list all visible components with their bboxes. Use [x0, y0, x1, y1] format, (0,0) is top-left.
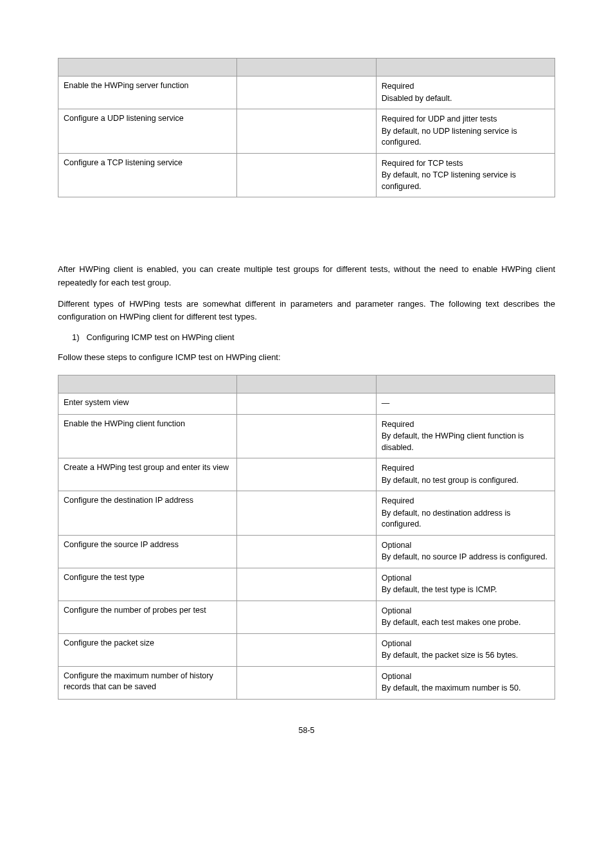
table1-cell-desc: Required for TCP tests By default, no TC…: [376, 153, 555, 197]
table1-cell-cmd: [237, 77, 376, 109]
table2-cell-label: Configure the packet size: [58, 633, 237, 666]
table1-cell-label: Enable the HWPing server function: [58, 77, 237, 109]
table2-cell-desc: Required By default, no destination addr…: [376, 491, 555, 536]
table2-cell-cmd: [237, 601, 376, 633]
table-row: Configure a TCP listening service Requir…: [58, 153, 555, 197]
table2-cell-label: Configure the source IP address: [58, 535, 237, 568]
table2-cell-desc: Optional By default, the test type is IC…: [376, 568, 555, 601]
table2-cell-label: Enable the HWPing client function: [58, 414, 237, 458]
table1-header-3: [376, 59, 555, 77]
table1-cell-cmd: [237, 153, 376, 197]
table1-cell-desc: Required for UDP and jitter tests By def…: [376, 109, 555, 154]
page-number: 58-5: [58, 725, 555, 737]
table2-cell-label: Enter system view: [58, 393, 237, 415]
table1-header-2: [237, 59, 376, 77]
table2-cell-cmd: [237, 414, 376, 458]
hwping-server-table: Enable the HWPing server function Requir…: [58, 58, 555, 197]
table2-cell-desc: Optional By default, each test makes one…: [376, 601, 555, 633]
table2-cell-label: Create a HWPing test group and enter its…: [58, 458, 237, 491]
paragraph-1: After HWPing client is enabled, you can …: [58, 263, 555, 290]
list-text: Configuring ICMP test on HWPing client: [86, 332, 234, 342]
table2-cell-desc: Optional By default, no source IP addres…: [376, 535, 555, 568]
table-row: Configure a UDP listening service Requir…: [58, 109, 555, 154]
table-row: Configure the destination IP address Req…: [58, 491, 555, 536]
table2-cell-cmd: [237, 393, 376, 415]
table1-cell-label: Configure a TCP listening service: [58, 153, 237, 197]
table2-header-1: [58, 375, 237, 393]
table-row: Enable the HWPing server function Requir…: [58, 77, 555, 109]
table2-cell-label: Configure the test type: [58, 568, 237, 601]
table1-header-1: [58, 59, 237, 77]
table1-cell-cmd: [237, 109, 376, 154]
table2-cell-cmd: [237, 535, 376, 568]
table2-cell-desc: —: [376, 393, 555, 415]
table-row: Enable the HWPing client function Requir…: [58, 414, 555, 458]
table2-cell-desc: Optional By default, the packet size is …: [376, 633, 555, 666]
table-row: Create a HWPing test group and enter its…: [58, 458, 555, 491]
list-num: 1): [72, 332, 80, 342]
table-row: Configure the number of probes per test …: [58, 601, 555, 633]
paragraph-3: Follow these steps to configure ICMP tes…: [58, 351, 555, 365]
table-row: Enter system view —: [58, 393, 555, 415]
table-row: Configure the test type Optional By defa…: [58, 568, 555, 601]
list-item-1: 1) Configuring ICMP test on HWPing clien…: [58, 332, 555, 343]
table-row: Configure the source IP address Optional…: [58, 535, 555, 568]
table1-cell-desc: Required Disabled by default.: [376, 77, 555, 109]
table2-cell-label: Configure the destination IP address: [58, 491, 237, 536]
table1-cell-label: Configure a UDP listening service: [58, 109, 237, 154]
table2-cell-label: Configure the maximum number of history …: [58, 666, 237, 699]
table2-cell-desc: Optional By default, the maximum number …: [376, 666, 555, 699]
table2-cell-cmd: [237, 633, 376, 666]
paragraph-2: Different types of HWPing tests are some…: [58, 298, 555, 325]
table2-header-3: [376, 375, 555, 393]
table2-cell-cmd: [237, 568, 376, 601]
table2-cell-cmd: [237, 666, 376, 699]
table2-cell-label: Configure the number of probes per test: [58, 601, 237, 633]
table-row: Configure the packet size Optional By de…: [58, 633, 555, 666]
table2-cell-desc: Required By default, no test group is co…: [376, 458, 555, 491]
table2-cell-desc: Required By default, the HWPing client f…: [376, 414, 555, 458]
table2-cell-cmd: [237, 491, 376, 536]
table2-cell-cmd: [237, 458, 376, 491]
hwping-client-icmp-table: Enter system view — Enable the HWPing cl…: [58, 375, 555, 700]
table-row: Configure the maximum number of history …: [58, 666, 555, 699]
table2-header-2: [237, 375, 376, 393]
